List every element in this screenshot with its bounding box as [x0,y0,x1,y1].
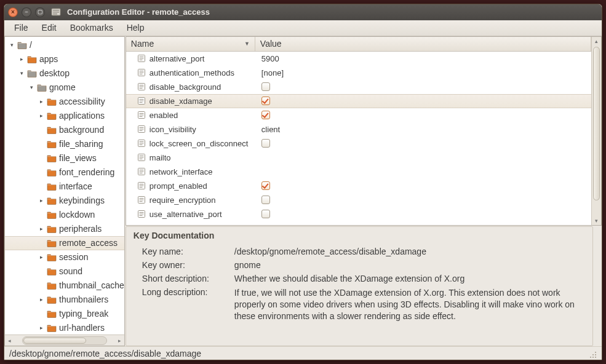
svg-rect-46 [139,200,143,200]
doc-label-keyname: Key name: [142,247,228,256]
tree-row[interactable]: interface [5,180,124,194]
key-row[interactable]: use_alternative_port [126,207,591,221]
checkbox[interactable] [261,181,270,190]
scroll-down-icon[interactable]: ▾ [592,216,601,225]
checkbox[interactable] [261,111,270,119]
scrollbar-thumb[interactable] [593,47,600,200]
tree-row[interactable]: apps [5,52,124,66]
triangle-down-icon[interactable] [7,41,16,49]
key-row-value-cell[interactable] [255,82,591,91]
scrollbar-track[interactable] [22,336,107,345]
svg-rect-3 [53,14,57,14]
key-row[interactable]: disable_background [126,80,591,94]
key-row[interactable]: lock_screen_on_disconnect [126,136,591,151]
checkbox[interactable] [261,97,270,105]
tree-row[interactable]: keybindings [5,194,124,208]
tree-row[interactable]: desktop [5,66,124,81]
triangle-down-icon[interactable] [27,83,36,92]
triangle-right-icon[interactable] [37,97,46,106]
menu-bookmarks[interactable]: Bookmarks [64,22,119,34]
tree-row[interactable]: file_sharing [5,137,124,151]
tree-row[interactable]: lockdown [5,208,124,222]
key-icon [137,181,147,190]
svg-rect-43 [139,187,142,188]
tree-row[interactable]: file_views [5,151,124,165]
menu-help[interactable]: Help [121,22,151,34]
svg-rect-49 [139,212,143,213]
column-header-value[interactable]: Value [255,37,591,51]
tree-row[interactable]: gnome [5,81,124,95]
folder-icon [17,41,27,49]
tree-row[interactable]: background [5,123,124,137]
tree-row[interactable]: sound [5,264,124,279]
tree-row[interactable]: / [5,38,124,52]
expander-placeholder [37,140,46,148]
key-row-value: [none] [261,68,284,77]
key-row[interactable]: require_encryption [126,193,591,207]
checkbox[interactable] [261,210,270,218]
statusbar-path: /desktop/gnome/remote_access/disable_xda… [9,349,201,358]
key-list-body[interactable]: alternative_port5900 authentication_meth… [126,52,591,225]
tree-row[interactable]: applications [5,109,124,123]
tree-row[interactable]: typing_break [5,307,124,321]
menu-file[interactable]: File [8,22,34,34]
menu-edit[interactable]: Edit [36,22,63,34]
triangle-right-icon[interactable] [37,253,46,261]
tree-horizontal-scrollbar[interactable]: ◂ ▸ [5,334,124,346]
scroll-up-icon[interactable]: ▴ [592,37,601,46]
tree-row[interactable]: remote_access [5,236,124,250]
directory-tree[interactable]: / apps desktop gnome accessibility appli… [5,37,124,334]
triangle-right-icon[interactable] [17,55,26,63]
tree-row[interactable]: thumbnail_cache [5,279,124,293]
checkbox[interactable] [261,82,270,91]
key-row[interactable]: prompt_enabled [126,179,591,193]
key-row-value-cell[interactable] [255,196,591,204]
tree-row[interactable]: url-handlers [5,321,124,334]
triangle-right-icon[interactable] [37,323,46,332]
key-row[interactable]: authentication_methods[none] [126,66,591,80]
key-row-value-cell[interactable] [255,210,591,218]
tree-row[interactable]: font_rendering [5,165,124,180]
key-row-value-cell[interactable]: 5900 [255,54,591,63]
triangle-down-icon[interactable] [17,69,26,77]
scroll-right-icon[interactable]: ▸ [116,338,124,344]
key-row[interactable]: disable_xdamage [126,94,591,108]
key-row-value-cell[interactable]: client [255,125,591,134]
scroll-left-icon[interactable]: ◂ [5,338,14,344]
triangle-right-icon[interactable] [37,196,46,205]
key-row-value-cell[interactable]: [none] [255,68,591,77]
window-maximize-button[interactable]: ▢ [35,7,45,17]
key-row[interactable]: enabled [126,108,591,122]
folder-icon [47,111,57,120]
key-row-value-cell[interactable] [255,111,591,119]
window-minimize-button[interactable]: – [22,7,31,17]
folder-icon [47,253,57,261]
folder-icon [47,239,57,247]
checkbox[interactable] [261,139,270,148]
column-header-name[interactable]: Name ▼ [126,37,255,51]
scrollbar-thumb[interactable] [23,338,86,344]
triangle-right-icon[interactable] [37,295,46,304]
tree-row[interactable]: thumbnailers [5,293,124,307]
key-row[interactable]: alternative_port5900 [126,52,591,66]
key-list-vertical-scrollbar[interactable]: ▴ ▾ [591,37,601,225]
key-row[interactable]: icon_visibilityclient [126,122,591,136]
triangle-right-icon[interactable] [37,224,46,233]
key-row-value-cell[interactable] [255,97,591,105]
checkbox[interactable] [261,196,270,204]
key-row[interactable]: network_interface [126,165,591,179]
tree-row[interactable]: peripherals [5,222,124,236]
resize-grip[interactable] [587,349,597,358]
key-row-value-cell[interactable] [255,139,591,148]
svg-rect-35 [139,159,142,159]
key-row-value-cell[interactable] [255,181,591,190]
tree-row[interactable]: session [5,250,124,264]
titlebar[interactable]: × – ▢ Configuration Editor - remote_acce… [4,4,602,20]
key-row-name: authentication_methods [150,68,234,77]
svg-rect-1 [53,10,59,10]
key-row[interactable]: mailto [126,151,591,165]
tree-row[interactable]: accessibility [5,95,124,109]
triangle-right-icon[interactable] [37,111,46,120]
window-close-button[interactable]: × [8,7,18,17]
svg-rect-5 [139,57,143,57]
